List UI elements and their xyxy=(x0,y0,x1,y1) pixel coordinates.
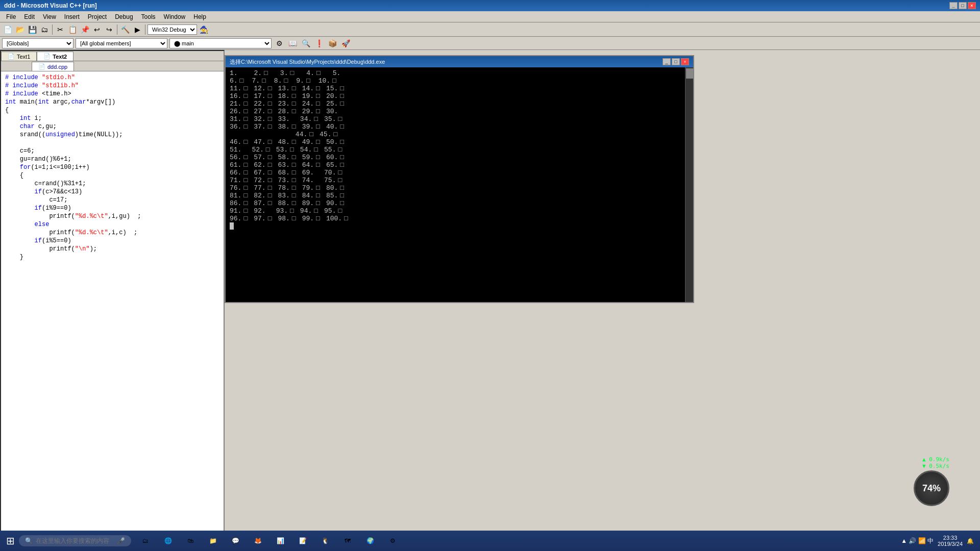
menu-edit[interactable]: Edit xyxy=(20,12,39,21)
save-btn[interactable]: 💾 xyxy=(27,24,38,35)
download-speed: ▼ 0.5k/s xyxy=(914,463,949,469)
code-line-19: else xyxy=(5,220,219,229)
console-row-11: 51. 52.□ 53.□ 54.□ 55.□ xyxy=(230,146,689,154)
search-input[interactable] xyxy=(36,537,114,544)
taskbar-app-edge[interactable]: 🌐 xyxy=(158,532,178,550)
new-file-btn[interactable]: 📄 xyxy=(2,24,13,35)
console-row-10: 46.□ 47.□ 48.□ 49.□ 50.□ xyxy=(230,138,689,146)
taskbar-app-firefox[interactable]: 🦊 xyxy=(248,532,268,550)
notification-icon[interactable]: 🔔 xyxy=(967,538,974,544)
menu-view[interactable]: View xyxy=(39,12,60,21)
taskbar-app-word[interactable]: 📝 xyxy=(292,532,313,550)
menu-debug[interactable]: Debug xyxy=(111,12,137,21)
code-line-11: gu=rand()%6+1; xyxy=(5,155,219,163)
console-row-3: 11.□ 12.□ 13.□ 14.□ 15.□ xyxy=(230,85,689,92)
console-scrollbar[interactable] xyxy=(685,67,693,302)
tab-text1[interactable]: 📄 Text1 xyxy=(1,52,37,61)
members-dropdown[interactable]: [All global members] xyxy=(76,38,167,48)
code-editor: 📄 Text1 📄 Text2 📄 ddd.cpp # include "std… xyxy=(0,50,225,537)
console-content[interactable]: 1. 2. □ 3. □ 4. □ 5. 6. □ xyxy=(226,67,693,302)
console-row-20: 96.□ 97.□ 98.□ 99.□ 100.□ xyxy=(230,215,689,222)
wizard-btn[interactable]: 🧙 xyxy=(198,24,209,35)
console-row-7: 31.□ 32.□ 33. 34.□ 35.□ xyxy=(230,115,689,123)
console-window: 选择C:\Microsoft Visual Studio\MyProjects\… xyxy=(225,55,694,303)
menu-insert[interactable]: Insert xyxy=(60,12,84,21)
upload-speed: ▲ 0.9k/s xyxy=(914,456,949,463)
taskbar-app-wechat[interactable]: 💬 xyxy=(225,532,246,550)
console-row-4: 16.□ 17.□ 18.□ 19.□ 20.□ xyxy=(230,92,689,100)
console-row-9: 44.□ 45.□ xyxy=(230,131,689,138)
code-line-4: int main(int argc,char*argv[]) xyxy=(5,98,219,106)
paste-btn[interactable]: 📌 xyxy=(79,24,90,35)
nav-btn1[interactable]: ⚙ xyxy=(274,38,285,49)
nav-btn5[interactable]: 📦 xyxy=(327,38,338,49)
taskbar-app-store[interactable]: 🛍 xyxy=(180,532,201,550)
copy-btn[interactable]: 📋 xyxy=(67,24,78,35)
console-row-2: 6. □ 7. □ 8. □ 9. □ 10. □ xyxy=(230,77,689,85)
nav-btn6[interactable]: 🚀 xyxy=(340,38,351,49)
console-row-17: 81.□ 82.□ 83.□ 84.□ 85.□ xyxy=(230,192,689,199)
menu-help[interactable]: Help xyxy=(189,12,210,21)
code-line-13: { xyxy=(5,171,219,180)
console-title-text: 选择C:\Microsoft Visual Studio\MyProjects\… xyxy=(230,58,662,66)
search-bar[interactable]: 🔍 🎤 xyxy=(19,535,131,546)
menu-tools[interactable]: Tools xyxy=(137,12,160,21)
network-widget-container: ▲ 0.9k/s ▼ 0.5k/s 74% xyxy=(914,456,949,506)
close-button[interactable]: × xyxy=(968,2,976,9)
taskbar-app-qq[interactable]: 🐧 xyxy=(315,532,335,550)
menu-project[interactable]: Project xyxy=(84,12,111,21)
console-maximize-btn[interactable]: □ xyxy=(672,58,680,65)
run-btn[interactable]: ▶ xyxy=(132,24,143,35)
save-all-btn[interactable]: 🗂 xyxy=(39,24,50,35)
nav-btn2[interactable]: 📖 xyxy=(287,38,298,49)
taskbar-app-ppt[interactable]: 📊 xyxy=(270,532,290,550)
nav-btn4[interactable]: ❗ xyxy=(313,38,325,49)
taskbar-app-explorer[interactable]: 🗂 xyxy=(135,532,156,550)
start-button[interactable]: ⊞ xyxy=(2,533,19,549)
build-btn[interactable]: 🔨 xyxy=(119,24,131,35)
cpp-icon: 📄 xyxy=(38,63,45,70)
code-line-10: c=6; xyxy=(5,147,219,155)
build-config-dropdown[interactable]: Win32 Debug xyxy=(148,24,197,35)
code-content[interactable]: # include "stdio.h" # include "stdlib.h"… xyxy=(1,71,224,536)
sep2 xyxy=(117,24,117,35)
nav-btn3[interactable]: 🔍 xyxy=(300,38,311,49)
code-line-14: c=rand()%31+1; xyxy=(5,180,219,188)
sep1 xyxy=(52,24,53,35)
code-line-12: for(i=1;i<=100;i++) xyxy=(5,163,219,171)
taskbar: ⊞ 🔍 🎤 🗂 🌐 🛍 📁 💬 🦊 📊 📝 🐧 🗺 🌍 ⚙ ▲ 🔊 📶 中 23… xyxy=(0,531,980,551)
redo-btn[interactable]: ↪ xyxy=(104,24,115,35)
minimize-button[interactable]: _ xyxy=(949,2,958,9)
taskbar-app-browser2[interactable]: 🌍 xyxy=(360,532,380,550)
tab-ddd-cpp[interactable]: 📄 ddd.cpp xyxy=(32,62,74,71)
taskbar-app-maps[interactable]: 🗺 xyxy=(337,532,358,550)
tab1-icon: 📄 xyxy=(8,53,15,60)
search-icon: 🔍 xyxy=(25,537,33,544)
code-line-5: { xyxy=(5,106,219,114)
network-info: ▲ 0.9k/s ▼ 0.5k/s xyxy=(914,456,949,469)
tab2-icon: 📄 xyxy=(43,53,51,60)
console-row-8: 36.□ 37.□ 38.□ 39.□ 40.□ xyxy=(230,123,689,131)
date: 2019/3/24 xyxy=(938,541,963,547)
console-title-bar: 选择C:\Microsoft Visual Studio\MyProjects\… xyxy=(226,56,693,67)
taskbar-app-settings[interactable]: ⚙ xyxy=(382,532,403,550)
console-cursor-row xyxy=(230,222,689,230)
console-close-btn[interactable]: × xyxy=(681,58,689,65)
console-row-19: 91.□ 92. 93.□ 94.□ 95.□ xyxy=(230,207,689,215)
cut-btn[interactable]: ✂ xyxy=(55,24,66,35)
undo-btn[interactable]: ↩ xyxy=(91,24,103,35)
globals-dropdown[interactable]: [Globals] xyxy=(2,38,74,48)
function-dropdown[interactable]: ⬤ main xyxy=(169,38,272,48)
menu-file[interactable]: File xyxy=(2,12,20,21)
menu-window[interactable]: Window xyxy=(160,12,190,21)
console-row-14: 66.□ 67.□ 68.□ 69. 70.□ xyxy=(230,169,689,177)
open-btn[interactable]: 📂 xyxy=(14,24,26,35)
tray-icons: ▲ 🔊 📶 中 xyxy=(901,537,934,545)
console-minimize-btn[interactable]: _ xyxy=(663,58,671,65)
mic-icon[interactable]: 🎤 xyxy=(117,537,125,544)
tab-text2[interactable]: 📄 Text2 xyxy=(37,52,74,61)
maximize-button[interactable]: □ xyxy=(959,2,967,9)
console-row-18: 86.□ 87.□ 88.□ 89.□ 90.□ xyxy=(230,199,689,207)
taskbar-app-files[interactable]: 📁 xyxy=(203,532,223,550)
console-row-13: 61.□ 62.□ 63.□ 64.□ 65.□ xyxy=(230,161,689,169)
